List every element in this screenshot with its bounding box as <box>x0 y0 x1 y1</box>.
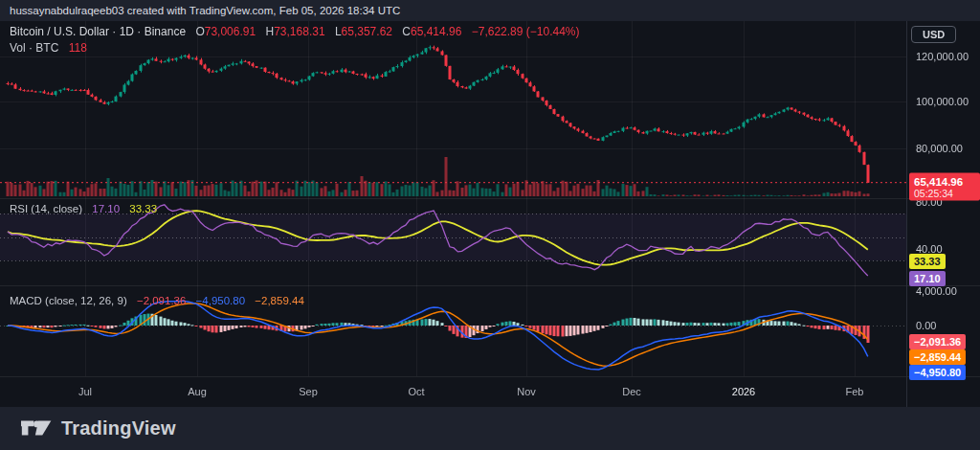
tradingview-logo-text: TradingView <box>61 417 176 439</box>
volume-legend[interactable]: Vol · BTC 118 <box>10 41 87 55</box>
time-axis-label: 2026 <box>732 386 755 397</box>
symbol-legend[interactable]: Bitcoin / U.S. Dollar · 1D · Binance O73… <box>10 25 580 38</box>
rsi-legend[interactable]: RSI (14, close) 17.10 33.33 <box>10 203 157 214</box>
close-value: 65,414.96 <box>411 25 461 38</box>
macd-hist-badge: −2,091.36 <box>909 334 966 349</box>
footer-bar: TradingView <box>0 407 980 450</box>
countdown-timer: 05:25:34 <box>914 188 980 199</box>
symbol-title: Bitcoin / U.S. Dollar · 1D · Binance <box>10 25 186 38</box>
macd-line-value: −4,950.80 <box>196 295 245 306</box>
time-axis-label: Feb <box>846 386 864 397</box>
tradingview-logo-icon <box>21 416 53 439</box>
macd-signal-badge: −2,859.44 <box>909 349 966 365</box>
rsi-badge: 17.10 <box>909 271 946 286</box>
change-value: −7,622.89 (−10.44%) <box>472 25 580 38</box>
axis-label: 80,000.00 <box>916 143 963 154</box>
close-label: C <box>402 25 411 38</box>
axis-label: 100,000.00 <box>916 96 969 107</box>
macd-signal-value: −2,859.44 <box>255 295 303 306</box>
time-axis-label: Dec <box>622 386 641 397</box>
volume-value: 118 <box>69 41 87 55</box>
low-value: 65,357.62 <box>342 25 392 38</box>
time-axis-label: Oct <box>408 386 424 397</box>
rsi-value: 17.10 <box>92 203 120 214</box>
currency-button[interactable]: USD <box>911 26 956 43</box>
low-label: L <box>335 25 342 38</box>
macd-hist-value: −2,091.36 <box>137 295 186 306</box>
price-axis[interactable]: USD 120,000.00100,000.0080,000.0080.0040… <box>906 21 980 407</box>
high-label: H <box>266 25 275 38</box>
last-price-badge: 65,414.9605:25:34 <box>909 173 980 201</box>
axis-label: 4,000.00 <box>916 285 957 297</box>
macd-label: MACD (close, 12, 26, 9) <box>10 295 127 306</box>
macd-line-badge: −4,950.80 <box>909 365 966 380</box>
time-axis[interactable]: JulAugSepOctNovDec2026Feb <box>0 376 906 407</box>
time-axis-label: Jul <box>78 386 92 397</box>
attribution-bar: hussaynabdulraqeeb03 created with Tradin… <box>0 0 980 21</box>
volume-label: Vol · BTC <box>10 41 58 55</box>
last-price-value: 65,414.96 <box>914 176 980 188</box>
high-value: 73,168.31 <box>274 25 324 38</box>
attribution-text: hussaynabdulraqeeb03 created with Tradin… <box>10 5 400 16</box>
chart-area: Bitcoin / U.S. Dollar · 1D · Binance O73… <box>0 21 980 407</box>
time-axis-label: Aug <box>188 386 207 397</box>
rsi-ma-value: 33.33 <box>129 203 157 214</box>
tradingview-logo[interactable]: TradingView <box>21 416 176 439</box>
open-label: O <box>195 25 204 38</box>
axis-label: 120,000.00 <box>916 51 969 62</box>
rsi-ma-badge: 33.33 <box>909 254 946 269</box>
macd-legend[interactable]: MACD (close, 12, 26, 9) −2,091.36 −4,950… <box>10 295 304 306</box>
time-axis-label: Sep <box>299 386 318 397</box>
rsi-label: RSI (14, close) <box>10 203 82 214</box>
time-axis-label: Nov <box>517 386 536 397</box>
axis-label: 0.00 <box>916 320 936 331</box>
open-value: 73,006.91 <box>205 25 256 38</box>
